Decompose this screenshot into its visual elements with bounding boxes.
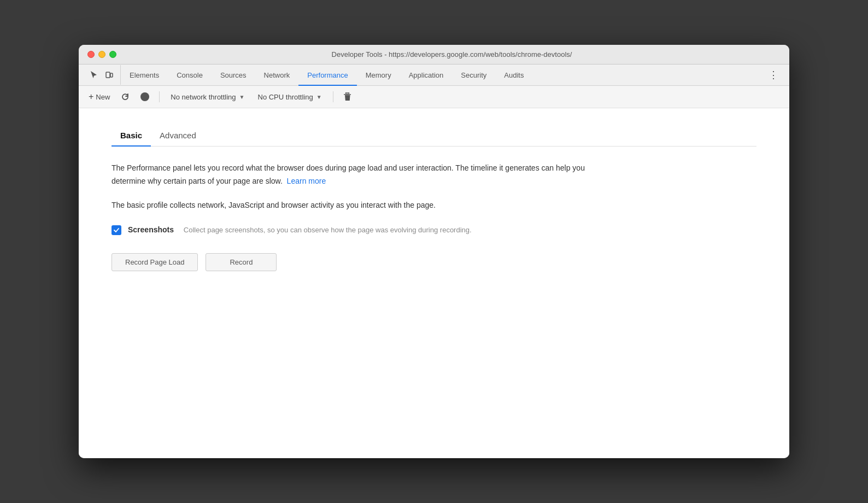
reload-button[interactable]	[118, 91, 133, 103]
network-throttle-dropdown[interactable]: No network throttling ▼	[166, 91, 249, 103]
tab-audits[interactable]: Audits	[495, 66, 532, 86]
traffic-lights	[87, 51, 116, 58]
tab-console[interactable]: Console	[168, 66, 212, 86]
sub-tab-advanced[interactable]: Advanced	[151, 125, 205, 147]
tab-sources[interactable]: Sources	[212, 66, 255, 86]
more-tabs-button[interactable]: ⋮	[762, 65, 785, 85]
record-button-main[interactable]: Record	[206, 253, 277, 271]
description-2: The basic profile collects network, Java…	[112, 199, 603, 212]
tab-application[interactable]: Application	[400, 66, 453, 86]
devtools-toolbar: Elements Console Sources Network Perform…	[79, 65, 789, 86]
devtools-window: Developer Tools - https://developers.goo…	[79, 45, 789, 458]
cpu-throttle-label: No CPU throttling	[258, 93, 313, 101]
toolbar-separator-2	[333, 91, 333, 102]
record-button[interactable]	[137, 91, 153, 103]
screenshots-checkbox[interactable]	[112, 225, 121, 235]
tabs-bar: Elements Console Sources Network Perform…	[121, 65, 762, 85]
sub-tab-basic[interactable]: Basic	[112, 125, 151, 147]
checkmark-icon	[113, 227, 120, 233]
perf-content: Basic Advanced The Performance panel let…	[79, 108, 789, 458]
sub-tabs: Basic Advanced	[112, 125, 756, 147]
app-background: Developer Tools - https://developers.goo…	[0, 0, 868, 503]
network-throttle-arrow-icon: ▼	[239, 94, 245, 100]
tab-security[interactable]: Security	[452, 66, 495, 86]
svg-rect-0	[106, 72, 110, 78]
cpu-throttle-arrow-icon: ▼	[316, 94, 322, 100]
toolbar-separator	[159, 91, 160, 102]
tab-performance[interactable]: Performance	[298, 66, 356, 86]
clear-button[interactable]	[340, 89, 355, 104]
record-circle-icon	[140, 92, 149, 101]
device-toggle-icon[interactable]	[103, 68, 116, 81]
trash-icon	[343, 92, 351, 101]
cpu-throttle-dropdown[interactable]: No CPU throttling ▼	[254, 91, 326, 103]
screenshots-label-wrapper: Screenshots Collect page screenshots, so…	[128, 225, 472, 236]
action-buttons: Record Page Load Record	[112, 253, 756, 271]
toolbar-icons	[83, 65, 121, 85]
new-button[interactable]: + New	[85, 90, 113, 103]
learn-more-link[interactable]: Learn more	[287, 177, 326, 185]
svg-rect-3	[346, 93, 349, 94]
description-1-text: The Performance panel lets you record wh…	[112, 163, 585, 185]
perf-toolbar: + New No network throttling ▼ No CPU thr…	[79, 86, 789, 108]
screenshots-label: Screenshots	[128, 225, 174, 234]
network-throttle-label: No network throttling	[171, 93, 236, 101]
screenshots-desc: Collect page screenshots, so you can obs…	[184, 226, 472, 234]
svg-rect-1	[110, 73, 113, 77]
window-title: Developer Tools - https://developers.goo…	[123, 50, 781, 59]
title-bar: Developer Tools - https://developers.goo…	[79, 45, 789, 65]
minimize-button[interactable]	[98, 51, 105, 58]
tab-memory[interactable]: Memory	[357, 66, 400, 86]
tab-elements[interactable]: Elements	[121, 66, 168, 86]
screenshots-row: Screenshots Collect page screenshots, so…	[112, 225, 756, 236]
reload-icon	[121, 92, 130, 101]
svg-rect-2	[344, 94, 351, 95]
new-label: New	[96, 93, 110, 101]
plus-icon: +	[89, 92, 93, 102]
close-button[interactable]	[87, 51, 95, 58]
maximize-button[interactable]	[109, 51, 116, 58]
cursor-icon[interactable]	[87, 68, 101, 81]
tab-network[interactable]: Network	[255, 66, 299, 86]
record-page-load-button[interactable]: Record Page Load	[112, 253, 198, 271]
description-1: The Performance panel lets you record wh…	[112, 162, 603, 188]
